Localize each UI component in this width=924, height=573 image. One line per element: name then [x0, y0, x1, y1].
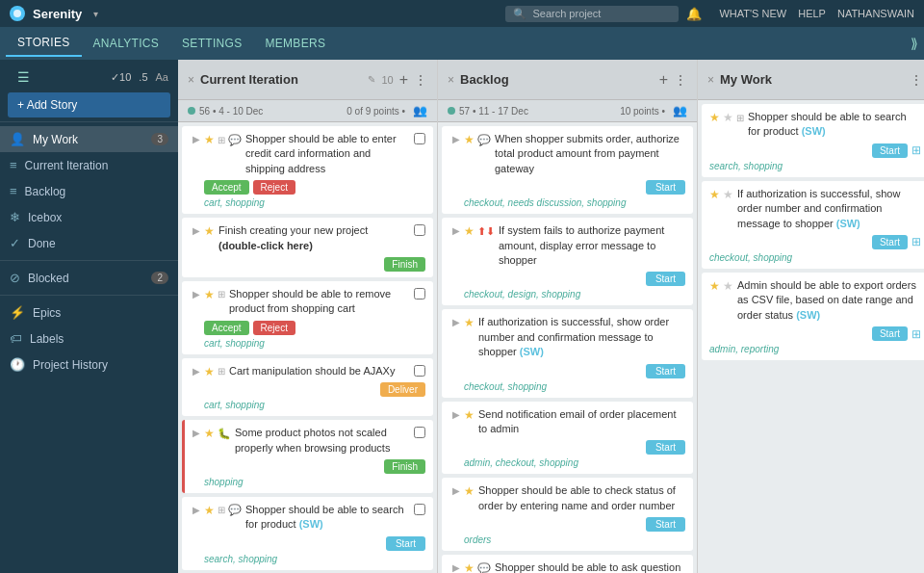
backlog-close-button[interactable]: ×: [448, 73, 454, 87]
reject-button[interactable]: Reject: [253, 180, 295, 195]
mw-plus-icon[interactable]: ⊞: [911, 143, 921, 157]
ci-menu-button[interactable]: ⋮: [414, 72, 427, 88]
expand-arrow[interactable]: ▶: [452, 483, 460, 496]
card-checkbox[interactable]: [414, 224, 425, 236]
expand-icon[interactable]: ⊞: [736, 113, 744, 123]
expand-arrow[interactable]: ▶: [452, 315, 460, 327]
star-icon[interactable]: ★: [709, 279, 720, 293]
collapse-button[interactable]: ⟫: [911, 36, 918, 51]
user-menu[interactable]: NATHANSWAIN: [837, 8, 914, 19]
expand-arrow[interactable]: ▶: [192, 426, 200, 438]
sidebar-item-labels[interactable]: 🏷 Labels: [0, 326, 178, 352]
expand-arrow[interactable]: ▶: [452, 407, 460, 420]
star-icon[interactable]: ★: [464, 408, 475, 422]
story-card[interactable]: ▶ ★ 🐛 Some product photos not scaled pro…: [182, 420, 433, 493]
expand-icon[interactable]: ⊞: [218, 135, 225, 145]
mw-story-card[interactable]: ★ ★ ⊞ Shopper should be able to search f…: [702, 104, 924, 177]
mw-story-card[interactable]: ★ ★ If authorization is successful, show…: [702, 181, 924, 269]
expand-icon[interactable]: ⊞: [218, 289, 225, 300]
expand-arrow[interactable]: ▶: [192, 223, 200, 236]
app-caret[interactable]: ▾: [93, 9, 98, 19]
story-card[interactable]: ▶ ★ Send notification email of order pla…: [442, 402, 693, 475]
sidebar-item-current-iteration[interactable]: ≡ Current Iteration: [0, 152, 178, 178]
comment-icon[interactable]: 💬: [228, 504, 242, 516]
ci-edit-icon[interactable]: ✎: [368, 74, 375, 85]
mw-plus-icon[interactable]: ⊞: [911, 235, 921, 248]
star-icon[interactable]: ★: [204, 504, 215, 517]
notification-bell[interactable]: 🔔: [686, 7, 702, 21]
tab-settings[interactable]: SETTINGS: [170, 31, 253, 56]
reject-button[interactable]: Reject: [253, 321, 295, 335]
search-input[interactable]: [532, 8, 667, 19]
start-button[interactable]: Start: [646, 180, 685, 195]
star-icon[interactable]: ★: [464, 224, 475, 238]
story-card[interactable]: ▶ ★ ⊞ 💬 Shopper should be able to search…: [182, 497, 433, 570]
whats-new-link[interactable]: WHAT'S NEW: [719, 8, 786, 19]
finish-button[interactable]: Finish: [384, 459, 425, 474]
sidebar-item-backlog[interactable]: ≡ Backlog: [0, 178, 178, 204]
expand-arrow[interactable]: ▶: [192, 364, 200, 377]
mw-menu-button[interactable]: ⋮: [910, 72, 923, 88]
mw-start-button[interactable]: Start: [872, 326, 908, 341]
story-card[interactable]: ▶ ★ Shopper should be able to check stat…: [442, 478, 693, 551]
mw-plus-icon[interactable]: ⊞: [911, 327, 921, 341]
star-icon[interactable]: ★: [464, 133, 475, 146]
tab-stories[interactable]: STORIES: [6, 30, 82, 57]
sidebar-item-project-history[interactable]: 🕐 Project History: [0, 352, 178, 378]
star-icon[interactable]: ★: [204, 427, 215, 440]
sidebar-item-epics[interactable]: ⚡ Epics: [0, 300, 178, 326]
card-checkbox[interactable]: [414, 365, 425, 377]
font-size-icon[interactable]: Aa: [156, 71, 168, 83]
sidebar-item-icebox[interactable]: ❄ Icebox: [0, 204, 178, 230]
star-icon[interactable]: ★: [204, 133, 215, 146]
story-card[interactable]: ▶ ★ ⊞ Shopper should be able to remove p…: [182, 281, 433, 354]
expand-icon[interactable]: ⊞: [218, 505, 225, 515]
star-icon[interactable]: ★: [709, 188, 720, 201]
ci-close-button[interactable]: ×: [188, 73, 194, 87]
expand-arrow[interactable]: ▶: [452, 132, 460, 144]
card-checkbox[interactable]: [414, 427, 425, 438]
tab-analytics[interactable]: ANALYTICS: [82, 31, 171, 56]
accept-button[interactable]: Accept: [204, 180, 249, 195]
backlog-add-button[interactable]: +: [659, 71, 668, 89]
mw-start-button[interactable]: Start: [872, 235, 908, 249]
expand-icon[interactable]: ⊞: [218, 366, 225, 377]
story-card[interactable]: ▶ ★ ⊞ 💬 Shopper should be able to enter …: [182, 126, 433, 214]
expand-arrow[interactable]: ▶: [192, 132, 200, 144]
start-button[interactable]: Start: [646, 364, 685, 378]
tab-members[interactable]: MEMBERS: [253, 31, 337, 56]
comment-icon[interactable]: 💬: [477, 134, 491, 146]
mw-start-button[interactable]: Start: [872, 143, 908, 158]
card-checkbox[interactable]: [414, 133, 425, 144]
star-icon[interactable]: ★: [204, 288, 215, 301]
expand-arrow[interactable]: ▶: [452, 560, 460, 573]
comment-icon[interactable]: 💬: [477, 562, 491, 573]
mw-close-button[interactable]: ×: [707, 73, 714, 87]
sidebar-item-blocked[interactable]: ⊘ Blocked 2: [0, 265, 178, 291]
story-card[interactable]: ▶ ★ Finish creating your new project (do…: [182, 218, 433, 277]
sidebar-item-my-work[interactable]: 👤 My Work 3: [0, 126, 178, 152]
sidebar-item-done[interactable]: ✓ Done: [0, 230, 178, 256]
story-card[interactable]: ▶ ★ 💬 When shopper submits order, author…: [442, 126, 693, 214]
mw-story-card[interactable]: ★ ★ Admin should be able to export order…: [702, 273, 924, 360]
accept-button[interactable]: Accept: [204, 321, 249, 335]
card-checkbox[interactable]: [414, 504, 425, 515]
star-icon[interactable]: ★: [464, 316, 475, 329]
comment-icon[interactable]: 💬: [228, 134, 242, 146]
hamburger-icon[interactable]: ☰: [10, 69, 38, 85]
start-button[interactable]: Start: [386, 536, 425, 551]
help-link[interactable]: HELP: [798, 8, 826, 19]
star-icon[interactable]: ★: [204, 365, 215, 378]
expand-arrow[interactable]: ▶: [192, 503, 200, 515]
expand-arrow[interactable]: ▶: [192, 287, 200, 300]
star-icon[interactable]: ★: [464, 561, 475, 573]
card-checkbox[interactable]: [414, 288, 425, 300]
start-button[interactable]: Start: [646, 272, 685, 286]
expand-arrow[interactable]: ▶: [452, 223, 460, 236]
add-story-button[interactable]: + Add Story: [8, 92, 170, 117]
start-button[interactable]: Start: [646, 440, 685, 455]
story-card[interactable]: ▶ ★ ⬆⬇ If system fails to authorize paym…: [442, 218, 693, 305]
start-button[interactable]: Start: [646, 517, 685, 532]
ci-add-button[interactable]: +: [399, 71, 408, 89]
star-icon[interactable]: ★: [464, 484, 475, 498]
